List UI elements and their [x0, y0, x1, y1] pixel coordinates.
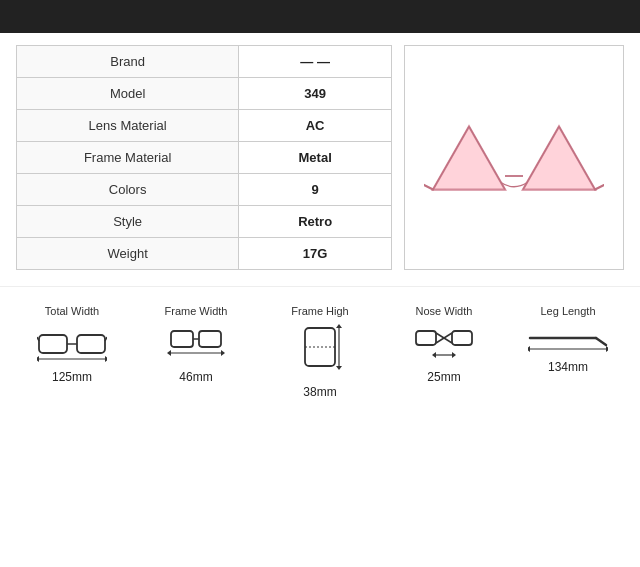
measure-label: Leg Length [540, 305, 595, 317]
measure-item-frame-width: Frame Width 46mm [141, 305, 251, 384]
svg-marker-21 [167, 350, 171, 356]
measure-value: 46mm [179, 370, 212, 384]
svg-rect-10 [77, 335, 105, 353]
measure-item-total-width: Total Width 125mm [17, 305, 127, 384]
table-cell-value: 9 [239, 174, 392, 206]
svg-marker-26 [336, 324, 342, 328]
table-row: Colors9 [17, 174, 392, 206]
svg-rect-29 [452, 331, 472, 345]
table-cell-value: Metal [239, 142, 392, 174]
table-row: Lens MaterialAC [17, 110, 392, 142]
measure-value: 38mm [303, 385, 336, 399]
svg-rect-28 [416, 331, 436, 345]
svg-marker-15 [37, 356, 39, 362]
table-row: Frame MaterialMetal [17, 142, 392, 174]
svg-marker-34 [452, 352, 456, 358]
table-row: Model349 [17, 78, 392, 110]
total-width-icon [37, 323, 107, 366]
table-row: Weight17G [17, 238, 392, 270]
measure-label: Frame Width [165, 305, 228, 317]
table-cell-label: Model [17, 78, 239, 110]
svg-line-4 [595, 180, 604, 189]
frame-width-icon [166, 323, 226, 366]
measure-item-leg-length: Leg Length 134mm [513, 305, 623, 374]
svg-marker-22 [221, 350, 225, 356]
svg-marker-39 [606, 346, 608, 352]
svg-rect-17 [171, 331, 193, 347]
measure-value: 125mm [52, 370, 92, 384]
measure-value: 134mm [548, 360, 588, 374]
svg-marker-1 [523, 126, 595, 189]
measure-label: Total Width [45, 305, 99, 317]
main-content: Brand— —Model349Lens MaterialACFrame Mat… [0, 33, 640, 282]
table-cell-label: Style [17, 206, 239, 238]
table-cell-label: Weight [17, 238, 239, 270]
measure-item-nose-width: Nose Width 25mm [389, 305, 499, 384]
table-cell-label: Colors [17, 174, 239, 206]
svg-marker-38 [528, 346, 530, 352]
svg-marker-27 [336, 366, 342, 370]
svg-line-3 [424, 180, 433, 189]
table-cell-label: Frame Material [17, 142, 239, 174]
measure-label: Nose Width [416, 305, 473, 317]
measurements-section: Total Width 125mmFrame Width [0, 286, 640, 407]
table-row: Brand— — [17, 46, 392, 78]
svg-marker-16 [105, 356, 107, 362]
nose-width-icon [414, 323, 474, 366]
product-info-table: Brand— —Model349Lens MaterialACFrame Mat… [16, 45, 392, 270]
table-row: StyleRetro [17, 206, 392, 238]
svg-marker-0 [433, 126, 505, 189]
product-image-box [404, 45, 624, 270]
table-cell-label: Brand [17, 46, 239, 78]
product-info-header [0, 0, 640, 33]
table-cell-value: — — [239, 46, 392, 78]
table-cell-value: Retro [239, 206, 392, 238]
svg-rect-9 [39, 335, 67, 353]
measure-label: Frame High [291, 305, 348, 317]
table-cell-label: Lens Material [17, 110, 239, 142]
svg-rect-18 [199, 331, 221, 347]
svg-marker-33 [432, 352, 436, 358]
measure-value: 25mm [427, 370, 460, 384]
frame-high-icon [295, 323, 345, 381]
product-image [424, 93, 604, 223]
svg-line-36 [596, 338, 606, 345]
measure-item-frame-high: Frame High 38mm [265, 305, 375, 399]
table-cell-value: 349 [239, 78, 392, 110]
table-cell-value: 17G [239, 238, 392, 270]
table-cell-value: AC [239, 110, 392, 142]
leg-length-icon [528, 323, 608, 356]
